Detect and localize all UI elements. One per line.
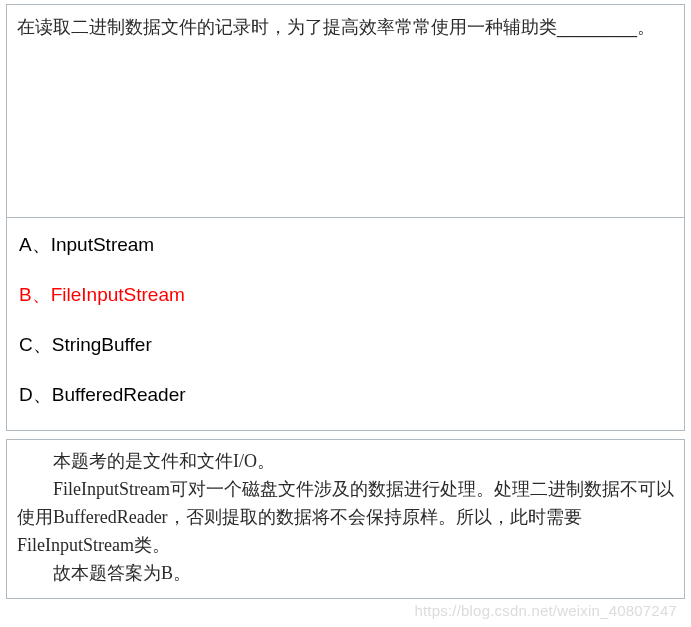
option-label: A、	[19, 232, 51, 258]
option-text: StringBuffer	[52, 334, 152, 356]
option-text: FileInputStream	[51, 284, 185, 306]
explanation-box: 本题考的是文件和文件I/O。 FileInputStream可对一个磁盘文件涉及…	[6, 439, 685, 599]
option-b[interactable]: B、 FileInputStream	[19, 282, 672, 308]
explanation-line: FileInputStream可对一个磁盘文件涉及的数据进行处理。处理二进制数据…	[17, 476, 674, 560]
options-box: A、 InputStream B、 FileInputStream C、 Str…	[6, 218, 685, 431]
question-box: 在读取二进制数据文件的记录时，为了提高效率常常使用一种辅助类________。	[6, 4, 685, 218]
option-text: InputStream	[51, 234, 155, 256]
option-d[interactable]: D、 BufferedReader	[19, 382, 672, 408]
watermark: https://blog.csdn.net/weixin_40807247	[414, 602, 677, 619]
option-label: C、	[19, 332, 52, 358]
explanation-line: 本题考的是文件和文件I/O。	[17, 448, 674, 476]
question-stem: 在读取二进制数据文件的记录时，为了提高效率常常使用一种辅助类________。	[17, 17, 655, 37]
option-label: B、	[19, 282, 51, 308]
option-c[interactable]: C、 StringBuffer	[19, 332, 672, 358]
explanation-line: 故本题答案为B。	[17, 560, 674, 588]
option-a[interactable]: A、 InputStream	[19, 232, 672, 258]
option-text: BufferedReader	[52, 384, 186, 406]
option-label: D、	[19, 382, 52, 408]
